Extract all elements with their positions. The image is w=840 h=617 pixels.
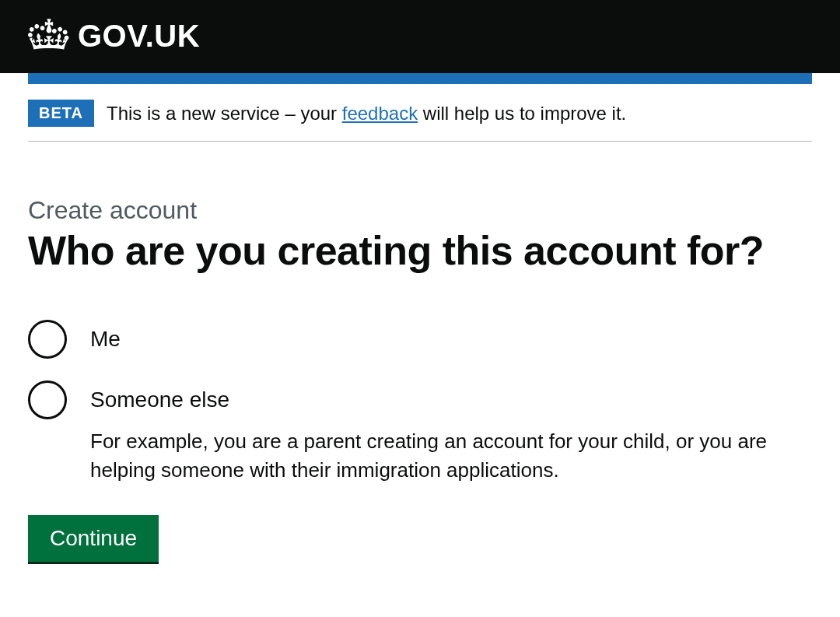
radio-hint-someone-else: For example, you are a parent creating a… [90, 427, 812, 484]
radio-label-me[interactable]: Me [90, 320, 812, 359]
continue-button[interactable]: Continue [28, 515, 159, 562]
crown-icon [28, 17, 70, 54]
phase-text-before: This is a new service – your [107, 103, 342, 124]
phase-text: This is a new service – your feedback wi… [107, 103, 626, 124]
site-title[interactable]: GOV.UK [78, 19, 200, 54]
phase-banner: BETA This is a new service – your feedba… [28, 100, 812, 142]
radio-item-me[interactable]: Me [28, 320, 812, 359]
main-content: Create account Who are you creating this… [28, 196, 812, 562]
phase-tag: BETA [28, 100, 94, 127]
page-caption: Create account [28, 196, 812, 225]
phase-text-after: will help us to improve it. [418, 103, 626, 124]
site-header: GOV.UK [0, 0, 840, 73]
page-heading: Who are you creating this account for? [28, 228, 812, 273]
radio-group: Me Someone else For example, you are a p… [28, 320, 812, 484]
brand-bar [28, 73, 812, 84]
feedback-link[interactable]: feedback [342, 103, 418, 124]
radio-input-someone-else[interactable] [28, 380, 67, 419]
radio-label-someone-else[interactable]: Someone else [90, 380, 812, 419]
radio-input-me[interactable] [28, 320, 67, 359]
radio-item-someone-else[interactable]: Someone else For example, you are a pare… [28, 380, 812, 484]
